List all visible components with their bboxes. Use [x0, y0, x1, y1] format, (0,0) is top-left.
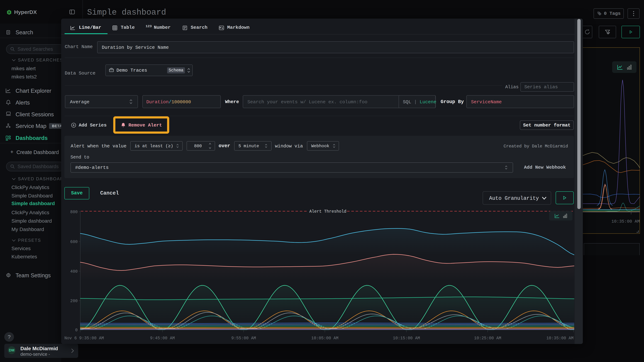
svg-text:9:45:00 AM: 9:45:00 AM: [150, 336, 175, 341]
svg-text:10:05:00 AM: 10:05:00 AM: [311, 336, 338, 341]
svg-text:200: 200: [70, 299, 78, 303]
svg-text:600: 600: [70, 240, 78, 244]
svg-text:400: 400: [70, 269, 78, 274]
svg-text:800: 800: [70, 210, 78, 214]
svg-text:9:55:00 AM: 9:55:00 AM: [231, 336, 256, 341]
svg-text:0: 0: [75, 328, 78, 333]
svg-text:10:25:00 AM: 10:25:00 AM: [474, 336, 501, 341]
svg-text:10:35:00 AM: 10:35:00 AM: [546, 336, 574, 341]
svg-text:10:15:00 AM: 10:15:00 AM: [393, 336, 420, 341]
svg-text:Nov 6 9:35:00 AM: Nov 6 9:35:00 AM: [64, 336, 104, 341]
svg-text:Alert Threshold: Alert Threshold: [309, 209, 346, 214]
